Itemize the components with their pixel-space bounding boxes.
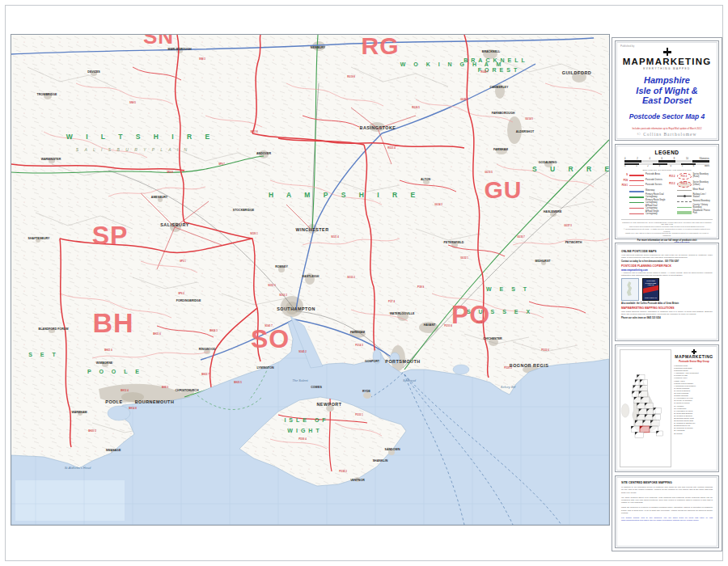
- info-bold-line: Also available: the Collins Postcode Atl…: [621, 302, 713, 305]
- legend-swatch-prim2: [629, 195, 644, 199]
- index-list-item: 28 Islands: [674, 433, 714, 435]
- legend-item: A Road Dual Carriageway: [621, 205, 666, 209]
- legend-swatch-district: [629, 179, 644, 183]
- legend-item: PO9Postcode Districts: [621, 179, 666, 183]
- map-subtitle: Postcode Sector Map 4: [621, 112, 713, 120]
- legend-swatch-minor: [677, 188, 692, 192]
- collins-credit: © Collins Bartholomew: [621, 132, 713, 137]
- scale-bar: 0246810Kilometres 0123456Miles: [624, 158, 709, 167]
- legend-swatch-oval2: [677, 181, 692, 188]
- brand-name: MAPMARKETING: [621, 57, 713, 66]
- index-brand: MAPMARKETING: [674, 354, 714, 359]
- legend-swatch-mway: [629, 189, 644, 193]
- info-bold-line: Contact us today for a free demonstratio…: [621, 260, 713, 263]
- info-paragraph: Wall maps supplied framed, laminated or …: [621, 310, 713, 316]
- sidebar: Published by MAPMARKETING EVERYTHING MAP…: [612, 37, 722, 551]
- title-card: Published by MAPMARKETING EVERYTHING MAP…: [615, 40, 719, 141]
- legend-item: PO1 2Sector Boundary (Rural): [669, 173, 713, 180]
- postcode-sector-map: SNRGSPGUBHSOPOW I L T S H I R EH A M P S…: [11, 34, 610, 526]
- publisher-note: Published by: [620, 44, 634, 48]
- legend-panel: LEGEND 0246810Kilometres 0123456Miles Sc…: [615, 144, 719, 239]
- legend-item: Primary Route Single Carriageway: [621, 200, 666, 204]
- index-subtitle: Postcode Sector Map Group: [674, 360, 714, 363]
- info-paragraph: View and print postcode sector mapping f…: [621, 254, 713, 260]
- legend-left-column: SPostcode AreasPO9Postcode DistrictsPO9 …: [621, 173, 666, 218]
- bespoke-paragraph: Maps are supplied in a choice of finishe…: [621, 506, 713, 514]
- legend-title: LEGEND: [621, 150, 713, 155]
- info-section-heading: POSTCODE PLANNING COPIER PACK: [621, 264, 713, 268]
- bespoke-paragraph: In addition to our published series of p…: [621, 486, 713, 494]
- legend-swatch-sector: [629, 184, 644, 188]
- legend-item: Minor Road: [669, 188, 713, 192]
- mapmarketing-logo-icon-small: [692, 349, 696, 354]
- info-section-heading: MAPMARKETING MAPPING SOLUTIONS: [621, 306, 713, 310]
- legend-item: Railway Line / Station: [669, 194, 713, 198]
- legend-swatch-oval: [677, 173, 692, 180]
- mapmarketing-logo-icon: [663, 48, 671, 56]
- legend-footer: Published by Map Marketing Ltd, 92-104 C…: [621, 219, 713, 237]
- legend-swatch-aroad1: [629, 212, 644, 216]
- legend-swatch-natb: [677, 200, 692, 204]
- legend-item: Primary Route Dual Carriageway: [621, 194, 666, 198]
- bespoke-paragraph: For further details, and to see samples,…: [621, 517, 713, 522]
- legend-item: Woodland / Forest Park: [669, 210, 713, 214]
- legend-swatch-wood: [677, 211, 692, 215]
- brand-tagline: EVERYTHING MAPPED: [621, 67, 713, 70]
- info-section-heading: ONLINE POSTCODE MAPS: [621, 250, 713, 253]
- legend-swatch-county: [677, 205, 692, 209]
- product-info-panel: ONLINE POSTCODE MAPSView and print postc…: [615, 243, 719, 341]
- legend-item: SPostcode Areas: [621, 173, 666, 177]
- info-paragraph: A complete set of postcode sector maps i…: [621, 272, 713, 277]
- bespoke-mapping-panel: SITE CENTRED BESPOKE MAPPING In addition…: [615, 475, 719, 548]
- legend-swatch-prim1: [629, 201, 644, 205]
- index-map-panel: MAPMARKETING Postcode Sector Map Group 1…: [615, 344, 719, 472]
- info-bold-line: Phone our sales team on 0845 123 0234: [621, 317, 713, 319]
- legend-swatch-rail: [677, 194, 692, 198]
- bespoke-heading: SITE CENTRED BESPOKE MAPPING: [621, 481, 713, 484]
- product-images: COLLINS POSTCODE ATLASGREAT BRITAIN: [621, 278, 713, 301]
- legend-swatch-aroad2: [629, 206, 644, 210]
- postcode-atlas-cover: COLLINS POSTCODE ATLASGREAT BRITAIN: [642, 278, 659, 301]
- map-graphic: [11, 35, 609, 525]
- legend-right-column: PO1 2Sector Boundary (Rural)PO1 2Sector …: [669, 173, 713, 218]
- map-title: Hampshire Isle of Wight & East Dorset: [621, 75, 713, 106]
- legend-item: PO1 2Sector Boundary (Urban): [669, 181, 713, 188]
- legend-item: PO9 1Postcode Sectors: [621, 184, 666, 188]
- update-note: Includes postcode information up to Roya…: [621, 127, 713, 130]
- bespoke-paragraph: We stock detailed street level mapping, …: [621, 496, 713, 505]
- map-poster-sheet: SNRGSPGUBHSOPOW I L T S H I R EH A M P S…: [0, 0, 728, 566]
- legend-swatch-area: [629, 173, 644, 177]
- scale-note: Scale 1:150 000 | 2.0 cm to 3 km / 1.36 …: [621, 169, 713, 171]
- index-map-list: MAPMARKETING Postcode Sector Map Group 1…: [674, 349, 714, 467]
- uk-map-thumbnail: [621, 278, 639, 301]
- legend-item: A Road Single Carriageway: [621, 211, 666, 215]
- uk-index-map: [620, 349, 671, 467]
